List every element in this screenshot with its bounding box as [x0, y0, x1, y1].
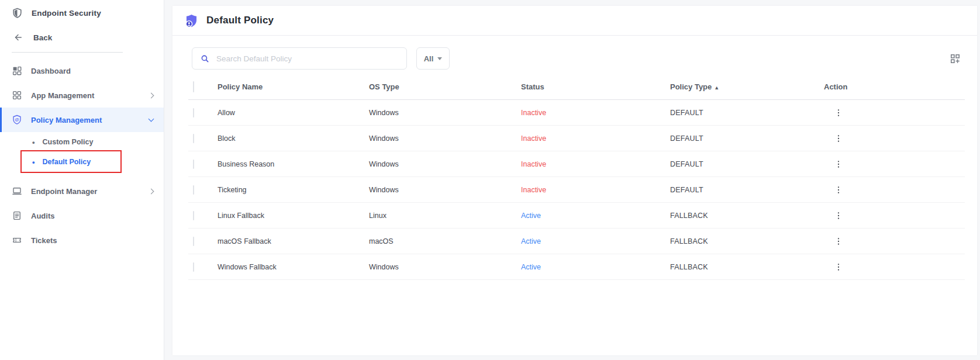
row-checkbox[interactable]: [193, 185, 194, 195]
cell-os-type: Windows: [369, 263, 521, 271]
caret-down-icon: [437, 57, 442, 63]
apps-grid-icon: [12, 90, 22, 101]
ticket-icon: [12, 235, 22, 245]
back-button[interactable]: Back: [0, 26, 164, 49]
row-actions-button[interactable]: [831, 105, 846, 120]
row-actions-button[interactable]: [831, 208, 846, 223]
svg-text:@: @: [15, 117, 19, 122]
table-row: Ticketing Windows Inactive DEFAULT: [188, 177, 965, 203]
cell-policy-name: Allow: [218, 109, 369, 117]
column-header-policy-type[interactable]: Policy Type▲: [670, 82, 824, 91]
table-row: Windows Fallback Windows Active FALLBACK: [188, 254, 965, 280]
row-checkbox[interactable]: [193, 134, 194, 143]
sidebar-item-endpoint-manager[interactable]: Endpoint Manager: [0, 179, 164, 203]
sidebar-item-label: Endpoint Manager: [31, 187, 140, 196]
bullet-icon: •: [32, 158, 35, 166]
filter-value: All: [424, 54, 434, 63]
sidebar-subitem-label: Default Policy: [43, 158, 91, 166]
search-input[interactable]: [216, 54, 399, 63]
row-actions-button[interactable]: [831, 234, 846, 249]
sidebar: Endpoint Security Back Dashboard App Man…: [0, 0, 164, 360]
back-label: Back: [33, 33, 52, 42]
chevron-down-icon: [149, 116, 154, 122]
cell-os-type: Windows: [369, 186, 521, 194]
cell-policy-type: DEFAULT: [670, 134, 824, 143]
chevron-right-icon: [149, 92, 154, 98]
sidebar-item-audits[interactable]: Audits: [0, 203, 164, 228]
column-header-policy-name[interactable]: Policy Name: [218, 82, 369, 91]
cell-os-type: Linux: [369, 212, 521, 220]
cell-os-type: Windows: [369, 109, 521, 117]
table-row: Linux Fallback Linux Active FALLBACK: [188, 203, 965, 229]
kebab-menu-icon: [834, 108, 843, 117]
sidebar-item-dashboard[interactable]: Dashboard: [0, 58, 164, 83]
row-checkbox[interactable]: [193, 262, 194, 272]
cell-status: Active: [521, 263, 670, 271]
cell-policy-type: DEFAULT: [670, 186, 824, 194]
cell-policy-name: Windows Fallback: [218, 263, 369, 271]
sidebar-item-policy-management[interactable]: @ Policy Management: [0, 108, 164, 132]
cell-policy-type: FALLBACK: [670, 212, 824, 220]
kebab-menu-icon: [834, 262, 843, 272]
cell-policy-name: Ticketing: [218, 186, 369, 194]
row-checkbox[interactable]: [193, 160, 194, 169]
sidebar-item-tickets[interactable]: Tickets: [0, 228, 164, 252]
search-box: [192, 47, 407, 70]
column-header-os-type[interactable]: OS Type: [369, 82, 521, 91]
cell-policy-type: FALLBACK: [670, 263, 824, 271]
sidebar-item-label: App Management: [31, 91, 140, 100]
column-header-status[interactable]: Status: [521, 82, 670, 91]
row-checkbox[interactable]: [193, 211, 194, 220]
cell-status: Inactive: [521, 160, 670, 168]
kebab-menu-icon: [834, 160, 843, 169]
policy-shield-icon: @: [12, 115, 22, 125]
sidebar-divider: [12, 52, 123, 53]
cell-os-type: Windows: [369, 134, 521, 143]
cell-policy-name: macOS Fallback: [218, 237, 369, 245]
laptop-icon: [12, 186, 22, 196]
filter-dropdown[interactable]: All: [416, 47, 450, 70]
sidebar-brand: Endpoint Security: [0, 0, 164, 26]
main-panel: Default Policy All Policy Name OS Type S…: [172, 6, 977, 355]
sidebar-subitem-default-policy[interactable]: • Default Policy: [0, 152, 164, 172]
sidebar-subitem-custom-policy[interactable]: • Custom Policy: [0, 132, 164, 152]
cell-policy-name: Block: [218, 134, 369, 143]
table-row: Business Reason Windows Inactive DEFAULT: [188, 151, 965, 177]
row-actions-button[interactable]: [831, 259, 846, 275]
cell-policy-name: Business Reason: [218, 160, 369, 168]
sidebar-item-label: Policy Management: [31, 116, 140, 124]
sort-asc-icon: ▲: [714, 85, 719, 91]
cell-status: Inactive: [521, 134, 670, 143]
sidebar-subitem-label: Custom Policy: [43, 138, 94, 146]
cell-status: Inactive: [521, 186, 670, 194]
sidebar-item-app-management[interactable]: App Management: [0, 83, 164, 108]
select-all-checkbox[interactable]: [193, 81, 194, 92]
row-checkbox[interactable]: [193, 108, 194, 117]
grid-plus-button[interactable]: [948, 52, 962, 65]
cell-policy-type: FALLBACK: [670, 237, 824, 245]
audit-document-icon: [12, 210, 22, 221]
dashboard-icon: [12, 65, 22, 76]
bullet-icon: •: [32, 139, 35, 146]
row-actions-button[interactable]: [831, 182, 846, 198]
sidebar-item-label: Dashboard: [31, 67, 153, 75]
sidebar-item-label: Tickets: [31, 236, 153, 245]
row-checkbox[interactable]: [193, 237, 194, 246]
search-icon: [200, 54, 210, 64]
kebab-menu-icon: [834, 237, 843, 246]
toolbar: All: [172, 36, 977, 74]
table-header-row: Policy Name OS Type Status Policy Type▲ …: [188, 74, 965, 100]
column-header-action[interactable]: Action: [824, 82, 965, 91]
row-actions-button[interactable]: [831, 131, 846, 146]
cell-status: Active: [521, 237, 670, 245]
table-row: macOS Fallback macOS Active FALLBACK: [188, 229, 965, 254]
cell-os-type: macOS: [369, 237, 521, 245]
shield-half-icon: [12, 8, 23, 19]
cell-os-type: Windows: [369, 160, 521, 168]
page-header: Default Policy: [172, 6, 977, 36]
table-row: Block Windows Inactive DEFAULT: [188, 126, 965, 151]
row-actions-button[interactable]: [831, 157, 846, 172]
grid-plus-icon: [950, 53, 961, 64]
cell-policy-name: Linux Fallback: [218, 212, 369, 220]
kebab-menu-icon: [834, 134, 843, 143]
